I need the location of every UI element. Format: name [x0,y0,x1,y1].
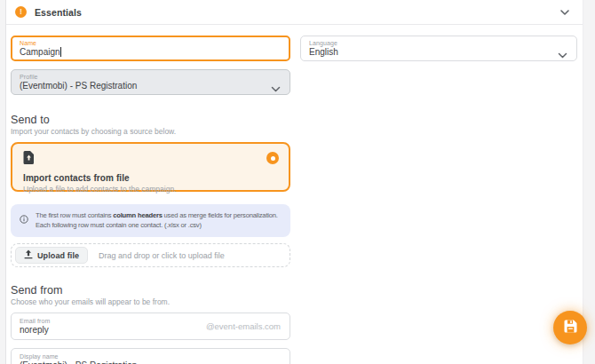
info-circle-icon [20,211,28,237]
profile-label: Profile [20,73,282,81]
exclamation-circle-icon: ! [15,6,27,18]
send-to-title: Send to [11,114,577,126]
info-text: The first row must contains column heade… [36,210,278,237]
send-from-subtitle: Choose who your emails will appear to be… [11,297,577,307]
collapse-chevron-down-icon[interactable] [559,9,570,16]
language-select[interactable]: Language English [300,36,577,61]
radio-selected-icon[interactable] [266,152,279,164]
dropzone-hint: Drag and drop or click to upload file [99,251,225,260]
essentials-panel: ! Essentials Name Campaign Language Engl… [5,0,583,364]
upload-file-button[interactable]: Upload file [15,247,88,264]
display-name-input[interactable]: Display name (Eventmobi) - PS Registrati… [11,348,290,364]
profile-chevron-down-icon [271,80,281,96]
import-option-subtitle: Upload a file to add contacts to the cam… [23,185,278,194]
profile-value: (Eventmobi) - PS Registration [20,81,282,91]
import-option-title: Import contacts from file [23,173,278,183]
panel-header: ! Essentials [6,0,583,25]
upload-arrow-icon [24,249,33,261]
send-from-title: Send from [11,284,577,297]
name-label: Name [20,39,282,47]
panel-title: Essentials [35,7,82,18]
send-to-section-header: Send to Import your contacts by choosing… [6,114,583,137]
save-button[interactable] [553,311,587,344]
upload-file-label: Upload file [37,251,79,260]
file-dropzone[interactable]: Upload file Drag and drop or click to up… [11,243,290,267]
language-label: Language [309,39,568,47]
email-domain-suffix: @event-emails.com [206,321,281,331]
save-floppy-icon [563,319,578,336]
email-from-input[interactable]: Email from noreply @event-emails.com [11,313,290,340]
name-value: Campaign [20,47,60,57]
display-name-label: Display name [20,352,282,360]
language-chevron-down-icon [558,46,567,62]
send-from-section-header: Send from Choose who your emails will ap… [6,284,583,307]
info-callout: The first row must contains column heade… [11,204,290,237]
import-contacts-option[interactable]: Import contacts from file Upload a file … [11,142,290,192]
language-value: English [309,47,568,58]
display-name-value: (Eventmobi) - PS Registration [20,360,282,364]
file-import-icon [23,152,35,167]
profile-select[interactable]: Profile (Eventmobi) - PS Registration [11,69,290,95]
send-to-subtitle: Import your contacts by choosing a sourc… [11,127,577,137]
name-input[interactable]: Name Campaign [11,36,290,61]
text-caret [60,47,61,57]
info-bold-text: column headers [113,211,162,219]
